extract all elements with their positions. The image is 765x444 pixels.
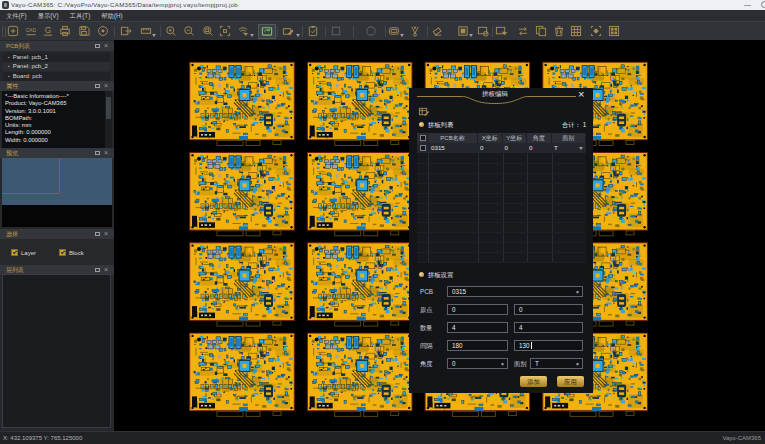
svg-text:CAD: CAD	[25, 27, 36, 33]
svg-text:G: G	[45, 25, 51, 35]
